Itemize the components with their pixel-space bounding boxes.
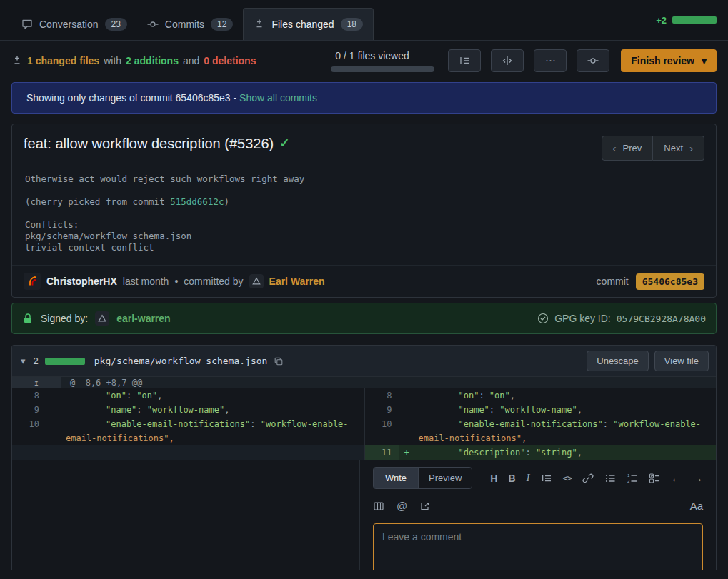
triangle-avatar-icon bbox=[97, 313, 107, 323]
commit-filter-banner: Showing only changes of commit 65406c85e… bbox=[11, 82, 717, 114]
code-line: "on": "on", bbox=[61, 388, 364, 403]
diff-sign bbox=[46, 417, 61, 445]
commit-meta-row: ChristopherHX last month • committed by … bbox=[12, 265, 716, 297]
mention-button[interactable]: @ bbox=[397, 500, 407, 512]
split-view-toggle-button[interactable] bbox=[491, 49, 524, 72]
changed-files-link[interactable]: 1 changed files bbox=[27, 55, 99, 66]
expand-hunk-button[interactable]: ↥ bbox=[12, 377, 61, 388]
table-button[interactable] bbox=[373, 500, 384, 512]
commit-hash-link[interactable]: 515dd6612c bbox=[170, 196, 224, 207]
heading-button[interactable]: H bbox=[490, 473, 497, 484]
code-line: "name": "workflow-name", bbox=[61, 403, 364, 417]
italic-button[interactable]: I bbox=[527, 472, 530, 484]
gpg-key-label: GPG key ID: bbox=[554, 313, 611, 324]
author-avatar[interactable] bbox=[24, 273, 41, 290]
diff-cell-empty bbox=[12, 445, 364, 460]
diff-options-button[interactable]: ⋯ bbox=[534, 49, 567, 72]
show-all-commits-link[interactable]: Show all commits bbox=[239, 92, 317, 104]
comment-textarea[interactable] bbox=[373, 523, 703, 570]
tab-files-changed[interactable]: Files changed 18 bbox=[243, 8, 374, 40]
committer-name[interactable]: Earl Warren bbox=[269, 276, 325, 287]
inline-editor-row: Write Preview H B I <> bbox=[12, 460, 716, 570]
tab-write[interactable]: Write bbox=[374, 468, 418, 488]
diff-sign bbox=[399, 388, 414, 403]
code-line: "enable-email-notifications": "workflow-… bbox=[414, 417, 717, 445]
signed-by-label: Signed by: bbox=[41, 313, 88, 324]
author-name[interactable]: ChristopherHX bbox=[46, 276, 117, 287]
editor-mode-tabs: Write Preview bbox=[373, 467, 472, 489]
collapse-file-icon[interactable]: ▾ bbox=[19, 356, 27, 366]
forgejo-logo-icon bbox=[26, 276, 38, 287]
tab-commits-count: 12 bbox=[211, 18, 233, 31]
ordered-list-button[interactable]: 1 2 bbox=[627, 473, 638, 484]
redo-button[interactable]: → bbox=[692, 472, 703, 484]
pr-tab-bar: Conversation 23 Commits 12 Files changed… bbox=[0, 0, 728, 41]
tab-commits-label: Commits bbox=[165, 19, 204, 30]
prev-commit-button[interactable]: ‹ Prev bbox=[602, 136, 654, 161]
commit-message-body: Otherwise act would reject such workflow… bbox=[12, 163, 716, 265]
tab-files-changed-count: 18 bbox=[341, 18, 363, 31]
chevron-right-icon: › bbox=[689, 142, 693, 154]
tab-preview[interactable]: Preview bbox=[418, 468, 472, 488]
unordered-list-button[interactable] bbox=[604, 473, 616, 484]
link-button[interactable] bbox=[582, 473, 594, 484]
code-button[interactable]: <> bbox=[563, 473, 572, 483]
line-number[interactable]: 9 bbox=[12, 403, 46, 417]
tab-conversation[interactable]: Conversation 23 bbox=[11, 8, 137, 40]
committer-avatar[interactable] bbox=[249, 274, 264, 288]
task-list-icon bbox=[649, 473, 660, 484]
status-check-icon: ✓ bbox=[279, 136, 289, 151]
file-diff-stat-bar bbox=[45, 358, 85, 365]
inline-comment-editor: Write Preview H B I <> bbox=[359, 460, 716, 570]
undo-button[interactable]: ← bbox=[671, 472, 682, 484]
line-number[interactable]: 10 bbox=[12, 417, 46, 445]
line-number[interactable]: 11 bbox=[365, 445, 399, 460]
diff-row: 11+"description": "string", bbox=[12, 445, 716, 460]
commit-label: commit bbox=[597, 276, 629, 287]
diff-file-icon bbox=[254, 19, 265, 30]
prev-label: Prev bbox=[623, 143, 642, 153]
signer-name[interactable]: earl-warren bbox=[116, 313, 170, 324]
git-commit-icon bbox=[587, 55, 599, 66]
split-view-icon bbox=[502, 55, 513, 66]
comment-bubble-icon bbox=[21, 19, 33, 30]
git-commit-icon bbox=[147, 19, 159, 30]
diff-cell: 8"on": "on", bbox=[12, 388, 364, 403]
file-tree-toggle-button[interactable] bbox=[448, 49, 481, 72]
copy-path-icon[interactable] bbox=[274, 356, 284, 366]
line-number[interactable]: 8 bbox=[365, 388, 399, 403]
commit-box: feat: allow workflow description (#5326)… bbox=[11, 124, 717, 298]
text-size-button[interactable]: Aa bbox=[690, 500, 703, 512]
signer-avatar[interactable] bbox=[95, 311, 109, 326]
commit-message-line: Otherwise act would reject such workflow… bbox=[25, 173, 703, 185]
bold-button[interactable]: B bbox=[508, 473, 515, 484]
file-changes-count: 2 bbox=[34, 356, 39, 366]
commit-message-line: trivial context conflict bbox=[25, 242, 703, 253]
commit-sha-badge[interactable]: 65406c85e3 bbox=[636, 273, 704, 290]
diff-rows: 8"on": "on",8"on": "on",9"name": "workfl… bbox=[12, 388, 716, 460]
finish-review-button[interactable]: Finish review ▾ bbox=[621, 49, 717, 72]
code-line: "enable-email-notifications": "workflow-… bbox=[61, 417, 364, 445]
file-tree-icon bbox=[459, 55, 470, 66]
task-list-button[interactable] bbox=[649, 473, 660, 484]
line-number[interactable]: 9 bbox=[365, 403, 399, 417]
line-number[interactable]: 8 bbox=[12, 388, 46, 403]
editor-toolbar-secondary: @ Aa bbox=[373, 500, 703, 512]
hunk-header-row: ↥ @ -8,6 +8,7 @@ bbox=[12, 377, 716, 388]
unescape-button[interactable]: Unescape bbox=[587, 351, 649, 371]
reference-button[interactable] bbox=[419, 500, 431, 512]
line-number[interactable]: 10 bbox=[365, 417, 399, 445]
file-name: pkg/schema/workflow_schema.json bbox=[94, 356, 268, 366]
diff-cell: 9"name": "workflow-name", bbox=[12, 403, 364, 417]
file-diff-box: ▾ 2 pkg/schema/workflow_schema.json Unes… bbox=[11, 345, 717, 570]
commit-message-line bbox=[25, 185, 703, 196]
diff-cell: 10"enable-email-notifications": "workflo… bbox=[12, 417, 364, 445]
commit-title: feat: allow workflow description (#5326) bbox=[24, 136, 274, 152]
next-commit-button[interactable]: Next › bbox=[653, 136, 704, 161]
view-file-button[interactable]: View file bbox=[654, 351, 709, 371]
diff-stat-bar bbox=[672, 16, 717, 24]
tab-commits[interactable]: Commits 12 bbox=[137, 8, 244, 40]
tab-files-changed-label: Files changed bbox=[271, 19, 334, 30]
quote-button[interactable] bbox=[541, 473, 552, 484]
commit-select-button[interactable] bbox=[577, 49, 609, 72]
